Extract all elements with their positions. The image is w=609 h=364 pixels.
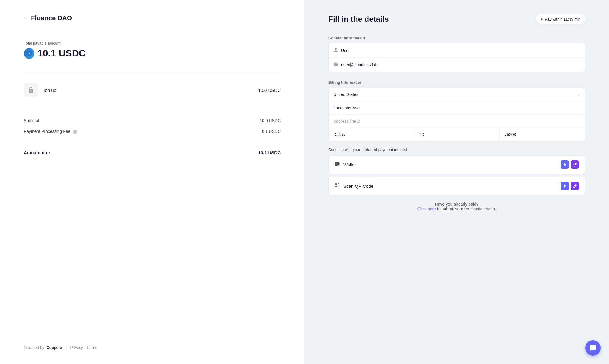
contact-email-value: user@cloudless.lab bbox=[341, 62, 580, 67]
price-breakdown: Subtotal 10.0 USDC Payment Processing Fe… bbox=[24, 115, 281, 158]
page-title: Fluence DAO bbox=[31, 14, 72, 22]
left-panel: ← Fluence DAO Total payable amount $ 10.… bbox=[0, 0, 304, 364]
left-footer: Powered by Copperx | Privacy Terms bbox=[24, 336, 281, 350]
contact-name-field[interactable]: User bbox=[329, 43, 585, 58]
link-badge bbox=[571, 160, 579, 169]
country-select[interactable]: United States ⌄ bbox=[329, 88, 585, 101]
contact-name-value: User bbox=[341, 48, 580, 53]
total-label: Total payable amount bbox=[24, 41, 281, 45]
already-paid-text: Have you already paid? bbox=[328, 202, 585, 207]
timer-text: Pay within 11:45 min bbox=[545, 17, 580, 21]
terms-link[interactable]: Terms bbox=[87, 345, 97, 350]
contact-form-card: User user@cloudless.lab bbox=[328, 43, 585, 72]
address-line1-field[interactable]: Lancaster Ave bbox=[329, 101, 585, 115]
qr-payment-label: Scan QR Code bbox=[343, 184, 557, 189]
eth-badge bbox=[561, 160, 569, 169]
address-line2-field[interactable]: Address line 2 bbox=[329, 115, 585, 128]
billing-section-label: Billing Information bbox=[328, 80, 585, 85]
chat-bubble-button[interactable] bbox=[585, 340, 601, 356]
qr-link-badge bbox=[571, 182, 579, 190]
qr-eth-badge bbox=[561, 182, 569, 190]
timer-badge: ● Pay within 11:45 min bbox=[536, 14, 585, 24]
fee-value: 0.1 USDC bbox=[262, 129, 281, 134]
brand-name: Copperx bbox=[46, 345, 62, 350]
top-divider bbox=[24, 72, 281, 72]
order-item-price: 10.0 USDC bbox=[258, 88, 281, 93]
address-line1-value: Lancaster Ave bbox=[333, 105, 360, 110]
order-item: Top up 10.0 USDC bbox=[24, 77, 281, 103]
total-amount-value: 10.1 USDC bbox=[37, 48, 86, 59]
wallet-payment-label: Wallet bbox=[343, 162, 557, 167]
address-line2-placeholder: Address line 2 bbox=[333, 119, 360, 124]
user-icon bbox=[333, 48, 338, 53]
right-panel: Fill in the details ● Pay within 11:45 m… bbox=[304, 0, 609, 364]
wallet-payment-option[interactable]: Wallet bbox=[328, 155, 585, 174]
subtotal-value: 10.0 USDC bbox=[260, 118, 281, 123]
qr-payment-badges bbox=[561, 182, 579, 190]
order-item-name: Top up bbox=[43, 88, 253, 93]
back-arrow-icon: ← bbox=[24, 15, 29, 21]
already-paid-suffix: to submit your transaction hash. bbox=[436, 207, 496, 211]
wallet-payment-badges bbox=[561, 160, 579, 169]
back-button[interactable]: ← Fluence DAO bbox=[24, 14, 281, 22]
qr-payment-option[interactable]: Scan QR Code bbox=[328, 177, 585, 195]
amount-due-label: Amount due bbox=[24, 150, 50, 155]
zip-value: 75203 bbox=[504, 132, 516, 137]
clock-icon: ● bbox=[541, 17, 543, 21]
powered-by-text: Powered by Copperx bbox=[24, 345, 62, 350]
subtotal-row: Subtotal 10.0 USDC bbox=[24, 115, 281, 126]
mid-divider bbox=[24, 108, 281, 108]
lock-icon bbox=[28, 87, 34, 93]
contact-email-field[interactable]: user@cloudless.lab bbox=[329, 58, 585, 72]
city-state-zip-row: Dallas TX 75203 bbox=[329, 128, 585, 141]
amount-due-value: 10.1 USDC bbox=[258, 150, 281, 155]
click-here-link[interactable]: Click here bbox=[417, 207, 436, 211]
fill-details-title: Fill in the details bbox=[328, 15, 389, 24]
breakdown-divider bbox=[24, 142, 281, 142]
fee-label: Payment Processing Fee i bbox=[24, 129, 77, 134]
state-value: TX bbox=[419, 132, 424, 137]
qr-icon bbox=[335, 183, 340, 189]
country-value: United States bbox=[333, 92, 358, 97]
subtotal-label: Subtotal bbox=[24, 118, 39, 123]
city-field[interactable]: Dallas bbox=[329, 128, 414, 141]
state-field[interactable]: TX bbox=[414, 128, 500, 141]
wallet-icon bbox=[335, 161, 340, 168]
chevron-down-icon: ⌄ bbox=[577, 92, 580, 97]
fee-row: Payment Processing Fee i 0.1 USDC bbox=[24, 126, 281, 137]
footer-divider: | bbox=[66, 345, 67, 350]
order-item-icon bbox=[24, 83, 38, 97]
right-header: Fill in the details ● Pay within 11:45 m… bbox=[328, 14, 585, 24]
fee-info-icon[interactable]: i bbox=[73, 130, 77, 134]
svg-text:$: $ bbox=[28, 52, 30, 55]
email-icon bbox=[333, 62, 338, 67]
already-paid-section: Have you already paid? Click here to sub… bbox=[328, 202, 585, 211]
contact-section-label: Contact Information bbox=[328, 36, 585, 40]
usdc-icon: $ bbox=[24, 48, 34, 59]
city-value: Dallas bbox=[333, 132, 345, 137]
zip-field[interactable]: 75203 bbox=[500, 128, 585, 141]
chat-icon bbox=[589, 344, 597, 352]
total-amount-display: $ 10.1 USDC bbox=[24, 48, 281, 59]
already-paid-link-row: Click here to submit your transaction ha… bbox=[328, 207, 585, 211]
billing-form-card: United States ⌄ Lancaster Ave Address li… bbox=[328, 88, 585, 141]
payment-section-label: Continue with your preferred payment met… bbox=[328, 147, 585, 152]
privacy-link[interactable]: Privacy bbox=[70, 345, 83, 350]
amount-due-row: Amount due 10.1 USDC bbox=[24, 147, 281, 158]
